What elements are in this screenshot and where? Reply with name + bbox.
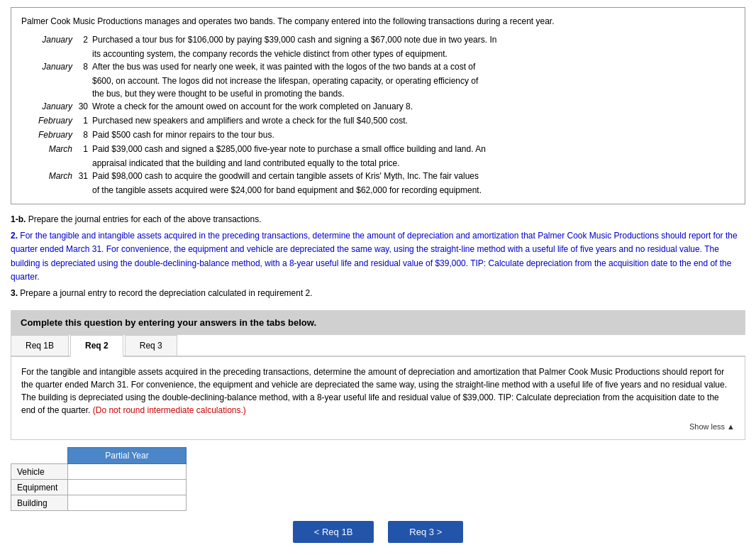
trans-text: After the bus was used for nearly one we… (92, 60, 735, 73)
list-item: February 1 Purchased new speakers and am… (28, 114, 735, 127)
building-input-cell[interactable] (68, 495, 187, 511)
trans-day: 31 (77, 170, 92, 182)
table-row: Vehicle (11, 464, 187, 480)
list-item: February 8 Paid $500 cash for minor repa… (28, 128, 735, 141)
req-header-bold: 1-b. (11, 214, 26, 224)
table-row: Equipment (11, 480, 187, 495)
tabs-row: Req 1B Req 2 Req 3 (11, 335, 745, 357)
data-table: Partial Year Vehicle Equipment B (11, 447, 187, 511)
problem-box: Palmer Cook Music Productions manages an… (11, 7, 745, 204)
req-2-num: 2. (11, 231, 18, 241)
transactions-list: January 2 Purchased a tour bus for $106,… (28, 33, 735, 197)
data-table-container: Partial Year Vehicle Equipment B (11, 447, 745, 511)
equipment-label: Equipment (11, 480, 68, 495)
trans-text: Purchased new speakers and amplifiers an… (92, 114, 735, 127)
empty-header (11, 448, 68, 464)
trans-day: 2 (77, 33, 92, 46)
trans-text: Wrote a check for the amount owed on acc… (92, 100, 735, 113)
vehicle-input-cell[interactable] (68, 464, 187, 480)
table-row: Building (11, 495, 187, 511)
req-3-text: 3. Prepare a journal entry to record the… (11, 287, 745, 300)
list-item: January 30 Wrote a check for the amount … (28, 100, 735, 113)
trans-day: 1 (77, 114, 92, 127)
nav-buttons: < Req 1B Req 3 > (11, 521, 745, 543)
building-input[interactable] (74, 498, 180, 508)
req-2-body: For the tangible and intangible assets a… (11, 231, 738, 282)
tab-req1b[interactable]: Req 1B (11, 335, 69, 356)
content-text: For the tangible and intangible assets a… (21, 366, 735, 417)
trans-text: Paid $39,000 cash and signed a $285,000 … (92, 143, 735, 155)
show-less-button[interactable]: Show less ▲ (21, 422, 735, 431)
req-header-text: Prepare the journal entries for each of … (28, 214, 262, 224)
trans-continuation: of the tangible assets acquired were $24… (92, 184, 735, 197)
vehicle-input[interactable] (74, 467, 180, 477)
trans-month: January (28, 33, 77, 46)
trans-continuation: appraisal indicated that the building an… (92, 157, 735, 170)
trans-continuation: the bus, but they were thought to be use… (92, 87, 735, 100)
trans-month: February (28, 114, 77, 127)
trans-continuation: its accounting system, the company recor… (92, 48, 735, 60)
trans-month: February (28, 128, 77, 141)
req-1b-header: 1-b. Prepare the journal entries for eac… (11, 213, 745, 226)
main-container: Palmer Cook Music Productions manages an… (0, 0, 756, 550)
content-area: For the tangible and intangible assets a… (11, 357, 745, 440)
list-item: January 8 After the bus was used for nea… (28, 60, 735, 100)
trans-month: January (28, 60, 77, 73)
trans-text: Paid $500 cash for minor repairs to the … (92, 128, 735, 141)
list-item: January 2 Purchased a tour bus for $106,… (28, 33, 735, 60)
trans-text: Paid $98,000 cash to acquire the goodwil… (92, 170, 735, 182)
tab-req3-label: Req 3 (140, 341, 162, 351)
tab-req2[interactable]: Req 2 (70, 335, 123, 357)
list-item: March 31 Paid $98,000 cash to acquire th… (28, 170, 735, 197)
content-red-suffix: (Do not round intermediate calculations.… (93, 405, 246, 415)
list-item: March 1 Paid $39,000 cash and signed a $… (28, 143, 735, 170)
instructions: 1-b. Prepare the journal entries for eac… (11, 213, 745, 300)
complete-bar-text: Complete this question by entering your … (21, 317, 316, 328)
trans-text: Purchased a tour bus for $106,000 by pay… (92, 33, 735, 46)
building-label: Building (11, 495, 68, 511)
trans-day: 8 (77, 128, 92, 141)
trans-day: 8 (77, 60, 92, 73)
partial-year-header: Partial Year (68, 448, 187, 464)
trans-month: January (28, 100, 77, 113)
trans-continuation: $600, on account. The logos did not incr… (92, 75, 735, 87)
trans-month: March (28, 170, 77, 182)
vehicle-label: Vehicle (11, 464, 68, 480)
req-3-num: 3. (11, 288, 18, 298)
equipment-input-cell[interactable] (68, 480, 187, 495)
trans-month: March (28, 143, 77, 155)
tab-req2-label: Req 2 (85, 341, 109, 351)
show-less-text: Show less ▲ (689, 422, 735, 431)
req-2-text: 2. For the tangible and intangible asset… (11, 229, 745, 284)
prev-button[interactable]: < Req 1B (293, 521, 374, 543)
tab-req1b-label: Req 1B (26, 341, 54, 351)
problem-intro: Palmer Cook Music Productions manages an… (21, 15, 735, 28)
equipment-input[interactable] (74, 483, 180, 493)
trans-day: 1 (77, 143, 92, 155)
next-button[interactable]: Req 3 > (388, 521, 463, 543)
tab-req3[interactable]: Req 3 (125, 335, 177, 356)
trans-day: 30 (77, 100, 92, 113)
complete-bar: Complete this question by entering your … (11, 310, 745, 335)
req-3-body: Prepare a journal entry to record the de… (20, 288, 312, 298)
